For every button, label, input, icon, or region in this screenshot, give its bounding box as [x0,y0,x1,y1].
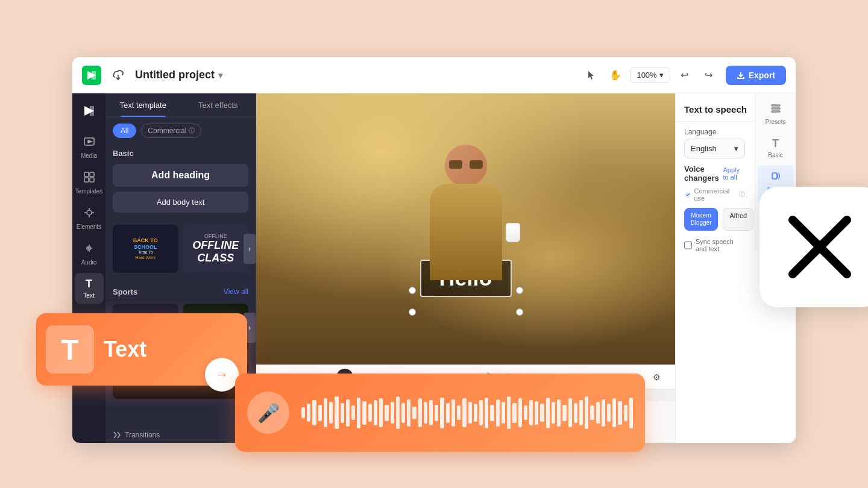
commercial-info-icon[interactable]: ⓘ [739,190,745,199]
templates-label: Templates [75,188,103,195]
wave-bar [374,400,377,425]
template-scroll-right[interactable]: › [244,234,256,264]
wave-bar [312,400,316,425]
wave-bar [335,396,338,429]
add-body-btn[interactable]: Add body text [113,192,248,213]
wave-bar [496,399,500,427]
subject-figure [406,133,526,325]
wave-bar [357,398,360,428]
filter-all-btn[interactable]: All [113,124,136,138]
template-class[interactable]: OFFLINE OFFLINE CLASS [183,225,249,273]
wave-bar [624,405,627,421]
qp-basic[interactable]: T Basic [758,133,794,163]
redo-btn[interactable]: ↪ [699,66,719,85]
audio-icon [83,242,95,257]
wave-bar [341,403,344,423]
tts-quick-icon [770,170,781,184]
wave-bar [462,398,466,427]
export-button[interactable]: Export [726,66,786,85]
wave-bar [574,403,577,423]
svg-rect-2 [84,172,89,177]
floating-arrow-btn[interactable]: → [205,358,239,392]
pointer-tool-btn[interactable] [582,66,601,85]
sports-section-title: Sports [113,287,137,296]
toolbar-tools: ✋ 100% ▾ ↩ ↪ [582,66,718,85]
svg-rect-11 [772,173,777,179]
qp-presets[interactable]: Presets [758,98,794,130]
filter-row: All Commercial ⓘ [105,117,256,144]
cloud-upload-icon[interactable] [108,66,128,85]
voice-alfred[interactable]: Alfred [723,208,753,231]
svg-rect-10 [772,111,780,112]
timeline-settings-icon[interactable]: ⚙ [649,369,665,386]
zoom-chevron: ▾ [659,70,664,80]
undo-btn[interactable]: ↩ [675,66,694,85]
panel-tabs: Text template Text effects [105,93,256,117]
sync-checkbox[interactable] [684,241,692,249]
big-logo-svg [784,211,856,283]
wave-bar [401,403,405,423]
wave-bar [562,405,566,421]
sidebar-item-elements[interactable]: Elements [75,202,104,235]
view-all-link[interactable]: View all [224,287,248,296]
svg-point-6 [87,210,92,215]
sync-row: Sync speech and text [676,234,753,256]
language-label: Language [676,122,753,139]
wave-bar [479,400,483,425]
commercial-row: Commercial use ⓘ [676,185,753,204]
language-selector[interactable]: English ▾ [684,139,745,158]
check-icon [684,190,691,199]
audio-waveform-card: 🎤 [235,374,645,452]
wave-bar [362,401,366,425]
export-label: Export [749,70,775,80]
floating-text-card: T Text → [36,313,247,386]
template-grid: BACK TO SCHOOL Time To Hard Work OFFLINE… [105,220,256,278]
left-sidebar: Media Templates [72,93,105,443]
transitions-label: Transitions [125,431,160,439]
apply-to-all-btn[interactable]: Apply to all [723,166,745,181]
project-title[interactable]: Untitled project ▾ [135,69,222,81]
template-back-to-school[interactable]: BACK TO SCHOOL Time To Hard Work [113,225,178,273]
hand-tool-btn[interactable]: ✋ [606,66,625,85]
basic-text-icon: T [772,137,779,150]
text-label: Text [83,292,94,299]
mic-icon-circle: 🎤 [247,392,289,434]
wave-bar [535,401,538,425]
toolbar-logo [82,66,101,85]
qp-basic-label: Basic [768,152,782,158]
tab-text-template[interactable]: Text template [105,93,181,117]
add-heading-btn[interactable]: Add heading [113,164,248,187]
wave-bar [568,398,572,427]
sync-label: Sync speech and text [696,238,745,252]
tab-text-effects[interactable]: Text effects [181,93,256,117]
sidebar-item-templates[interactable]: Templates [75,166,104,199]
wave-bar [512,403,516,423]
sidebar-item-text[interactable]: T Text [75,273,104,304]
sidebar-item-media[interactable]: Media [75,131,104,164]
language-chevron: ▾ [734,144,738,153]
filter-commercial-btn[interactable]: Commercial ⓘ [141,124,201,138]
mic-icon: 🎤 [257,402,280,424]
wave-bar [385,405,388,421]
sidebar-item-audio[interactable]: Audio [75,237,104,271]
templates-icon [83,171,95,186]
zoom-selector[interactable]: 100% ▾ [630,67,670,83]
wave-bar [557,399,561,427]
svg-rect-4 [84,178,89,182]
voice-modern-blogger[interactable]: ModernBlogger [684,208,718,231]
wave-bar [524,405,527,420]
wave-bar [346,399,350,427]
svg-rect-3 [90,172,94,177]
wave-bar [396,396,400,429]
video-preview[interactable]: Hello [256,93,675,364]
project-title-chevron[interactable]: ▾ [218,70,222,80]
wave-bar [368,404,372,422]
wave-bar [318,405,322,421]
tts-title: Text to speech [684,104,747,114]
video-background: Hello [256,93,675,364]
wave-bar [590,405,594,420]
wave-bar [474,404,477,422]
wave-bar [418,398,422,427]
qp-presets-label: Presets [766,119,786,125]
wave-bar [579,400,583,425]
